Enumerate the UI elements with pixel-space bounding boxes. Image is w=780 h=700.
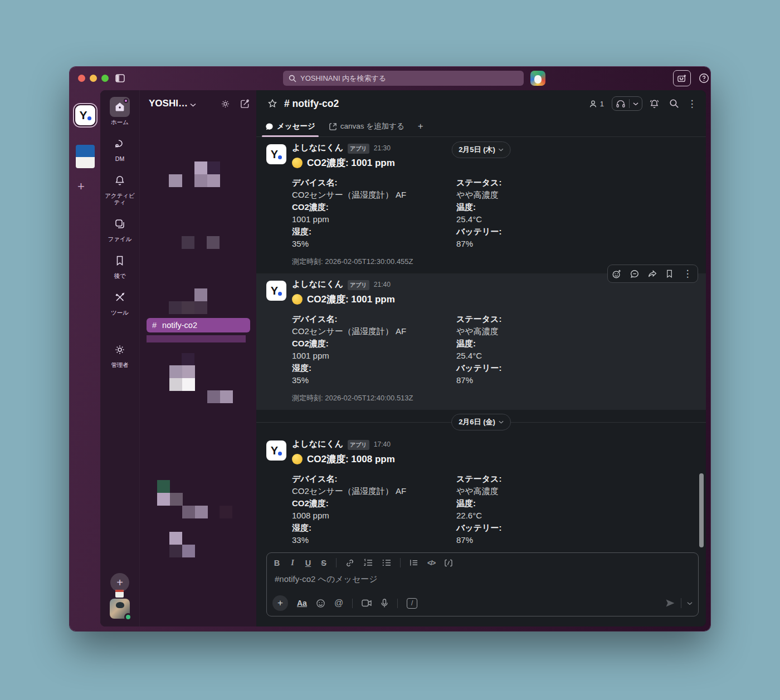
message-timestamp[interactable]: 21:40 (374, 281, 391, 288)
message-timestamp[interactable]: 17:40 (374, 440, 391, 448)
message[interactable]: Y よしなにくん アプリ 17:40 CO2濃度: 1008 ppm デバイス名… (256, 433, 706, 570)
field-value: 1001 ppm (292, 213, 456, 226)
more-actions-icon[interactable]: ⋮ (686, 98, 698, 110)
workspace-logo-dot (87, 116, 91, 120)
huddle-chevron-icon[interactable] (633, 102, 638, 106)
tab-add-canvas[interactable]: canvas を追加する (329, 121, 404, 136)
message-author[interactable]: よしなにくん (292, 143, 343, 153)
link-icon[interactable] (345, 559, 354, 567)
nav-dm[interactable]: DM (110, 134, 130, 162)
channel-search-icon[interactable] (666, 95, 682, 112)
yellow-circle-emoji (292, 294, 303, 305)
date-divider: 2月6日 (金) (256, 414, 706, 430)
bookmark-icon (115, 255, 125, 266)
user-avatar[interactable] (530, 71, 545, 86)
bot-avatar[interactable]: Y (266, 440, 286, 461)
message-author[interactable]: よしなにくん (292, 439, 343, 449)
field-label: デバイス名: (292, 473, 456, 485)
hash-icon: # (152, 321, 157, 330)
search-input[interactable]: YOSHINANI 内を検索する (283, 71, 524, 86)
message-composer[interactable]: B I U S </> (266, 552, 699, 616)
attach-plus-button[interactable]: + (272, 595, 288, 611)
nav-tools[interactable]: ツール (110, 287, 130, 316)
workspace-switcher-secondary[interactable] (76, 145, 95, 168)
share-icon[interactable] (647, 269, 657, 279)
scrollbar-thumb[interactable] (699, 473, 704, 547)
message-footer: 測定時刻: 2026-02-05T12:40:00.513Z (292, 393, 695, 403)
field-label: 湿度: (292, 226, 456, 238)
send-options-chevron-icon[interactable] (687, 601, 693, 605)
send-icon[interactable] (665, 599, 675, 608)
video-icon[interactable] (362, 599, 372, 607)
yellow-circle-emoji (292, 454, 303, 464)
maximize-window-button[interactable] (101, 75, 109, 82)
close-window-button[interactable] (78, 75, 85, 82)
strikethrough-button[interactable]: S (320, 559, 327, 567)
notifications-bell-icon[interactable] (646, 95, 662, 112)
add-tab-button[interactable]: + (418, 121, 423, 136)
message-author[interactable]: よしなにくん (292, 279, 343, 290)
slack-window: ← → YOSHINANI 内を検索する Y + (70, 67, 710, 631)
dm-icon (114, 138, 125, 149)
shortcuts-button[interactable]: / (407, 598, 417, 609)
save-bookmark-icon[interactable] (665, 269, 674, 278)
main-pane: # notify-co2 1 (256, 90, 706, 626)
message-title: CO2濃度: 1001 ppm (307, 293, 395, 306)
nav-home[interactable]: ホーム (110, 97, 130, 125)
channel-members-button[interactable]: 1 (584, 97, 608, 111)
code-block-icon[interactable] (444, 559, 453, 567)
ordered-list-icon[interactable] (363, 559, 373, 567)
channel-header: # notify-co2 1 (256, 90, 706, 117)
reply-thread-icon[interactable] (630, 269, 640, 279)
code-icon[interactable]: </> (427, 559, 435, 567)
field-label: ステータス: (456, 177, 695, 189)
mention-button[interactable]: @ (334, 598, 343, 608)
show-formatting-button[interactable]: Aa (297, 599, 307, 608)
titlebar: ← → YOSHINANI 内を検索する (70, 67, 710, 90)
star-channel-button[interactable] (264, 95, 281, 112)
field-value: 1008 ppm (292, 510, 456, 522)
field-label: デバイス名: (292, 177, 456, 189)
bullet-list-icon[interactable] (382, 559, 391, 567)
message-timestamp[interactable]: 21:30 (374, 144, 391, 152)
minimize-window-button[interactable] (90, 75, 97, 82)
date-pill-day1[interactable]: 2月5日 (木) (451, 141, 511, 158)
blockquote-icon[interactable] (410, 559, 418, 567)
bold-button[interactable]: B (274, 559, 280, 567)
nav-admin[interactable]: 管理者 (110, 340, 130, 368)
message[interactable]: Y よしなにくん アプリ 21:40 CO2濃度: 1001 ppm デバイス名… (256, 273, 706, 410)
window-controls (78, 75, 109, 82)
app-badge: アプリ (348, 440, 369, 450)
huddle-button[interactable] (612, 96, 642, 111)
bot-avatar[interactable]: Y (266, 281, 286, 301)
underline-button[interactable]: U (305, 559, 311, 567)
emoji-icon[interactable] (316, 599, 325, 608)
chevron-down-icon (499, 148, 504, 151)
help-icon[interactable] (697, 71, 710, 85)
robot-plus-icon[interactable] (673, 70, 691, 86)
message-bubble-icon (265, 123, 274, 131)
channel-sidebar: YOSHI… # notify-co2 (139, 90, 256, 626)
sidebar-toggle-icon[interactable] (115, 74, 125, 82)
composer-input[interactable]: #notify-co2 へのメッセージ (267, 567, 698, 585)
create-new-button[interactable]: + (110, 573, 129, 592)
nav-files[interactable]: ファイル (108, 214, 132, 242)
sidebar-item-notify-co2[interactable]: # notify-co2 (147, 318, 250, 332)
more-message-actions-icon[interactable]: ⋮ (681, 268, 694, 280)
italic-button[interactable]: I (289, 558, 296, 567)
field-value: CO2センサー（温湿度計） AF (292, 189, 456, 201)
add-workspace-button[interactable]: + (77, 179, 85, 194)
field-label: 温度: (456, 337, 695, 350)
microphone-icon[interactable] (381, 599, 388, 608)
bot-avatar[interactable]: Y (266, 144, 286, 164)
workspace-switcher-active[interactable]: Y (75, 105, 95, 125)
tab-messages[interactable]: メッセージ (265, 121, 315, 136)
app-content: ホーム DM アクティビティ ファイル 後で (100, 90, 706, 626)
field-label: 温度: (456, 201, 695, 213)
nav-activity[interactable]: アクティビティ (102, 170, 138, 205)
date-pill-day2[interactable]: 2月6日 (金) (451, 414, 511, 430)
add-reaction-icon[interactable] (612, 269, 622, 279)
nav-later[interactable]: 後で (110, 251, 130, 279)
field-label: デバイス名: (292, 313, 456, 325)
channel-title[interactable]: # notify-co2 (284, 98, 339, 110)
